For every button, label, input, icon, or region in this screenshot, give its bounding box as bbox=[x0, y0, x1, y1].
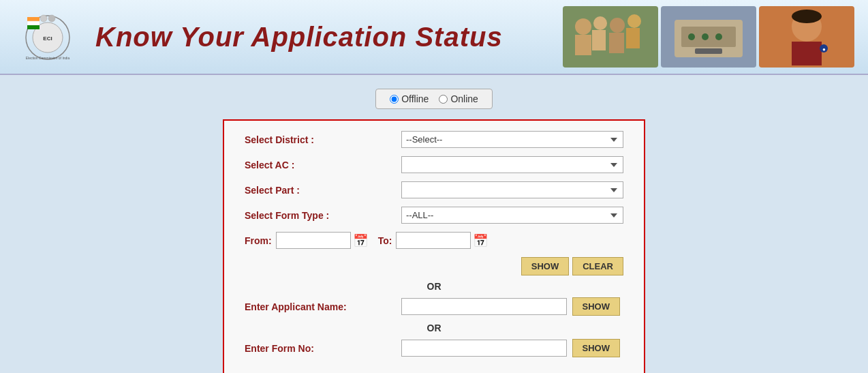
svg-rect-3 bbox=[27, 21, 40, 25]
svg-point-10 bbox=[575, 18, 591, 35]
district-control: --Select-- bbox=[401, 131, 623, 148]
header: ECI Election Commission of India Know Yo… bbox=[0, 0, 868, 75]
svg-point-21 bbox=[688, 33, 695, 40]
header-photo-1 bbox=[563, 6, 658, 68]
svg-point-22 bbox=[702, 33, 709, 40]
main-form-box: Select District : --Select-- Select AC :… bbox=[223, 119, 645, 373]
applicant-show-button[interactable]: SHOW bbox=[572, 297, 620, 316]
show-clear-row: SHOW CLEAR bbox=[245, 257, 623, 275]
svg-rect-16 bbox=[609, 33, 624, 53]
offline-radio-item[interactable]: Offline bbox=[390, 93, 429, 104]
applicant-name-input[interactable] bbox=[401, 298, 567, 315]
online-label: Online bbox=[450, 93, 478, 104]
form-no-show-button[interactable]: SHOW bbox=[572, 339, 620, 357]
part-control bbox=[401, 181, 623, 198]
ac-label: Select AC : bbox=[245, 160, 401, 170]
svg-point-23 bbox=[715, 33, 722, 40]
applicant-name-row: Enter Applicant Name: SHOW bbox=[245, 297, 623, 316]
online-radio-item[interactable]: Online bbox=[439, 93, 478, 104]
online-radio[interactable] bbox=[439, 95, 448, 104]
svg-rect-4 bbox=[27, 25, 40, 29]
show-button[interactable]: SHOW bbox=[521, 257, 569, 275]
ac-row: Select AC : bbox=[245, 156, 623, 173]
form-type-row: Select Form Type : --ALL-- bbox=[245, 207, 623, 224]
or-divider-1: OR bbox=[245, 281, 623, 292]
mode-radio-group: Offline Online bbox=[20, 89, 848, 109]
logo-container: ECI Election Commission of India bbox=[14, 12, 82, 63]
svg-point-12 bbox=[610, 18, 625, 33]
header-photos: ● bbox=[563, 6, 854, 68]
svg-rect-17 bbox=[626, 28, 640, 48]
part-select[interactable] bbox=[401, 181, 623, 198]
form-type-select[interactable]: --ALL-- bbox=[401, 207, 623, 224]
header-photo-2 bbox=[661, 6, 756, 68]
from-calendar-icon[interactable]: 📅 bbox=[353, 233, 368, 248]
form-no-label: Enter Form No: bbox=[245, 343, 401, 354]
part-row: Select Part : bbox=[245, 181, 623, 198]
svg-point-6 bbox=[40, 15, 47, 22]
district-row: Select District : --Select-- bbox=[245, 131, 623, 148]
svg-rect-24 bbox=[695, 48, 722, 54]
svg-point-7 bbox=[48, 15, 55, 22]
from-label: From: bbox=[245, 235, 272, 246]
svg-point-13 bbox=[627, 14, 641, 28]
form-no-input[interactable] bbox=[401, 340, 567, 357]
applicant-name-label: Enter Applicant Name: bbox=[245, 301, 401, 312]
svg-rect-15 bbox=[592, 30, 606, 50]
or-divider-2: OR bbox=[245, 323, 623, 333]
form-type-control: --ALL-- bbox=[401, 207, 623, 224]
ac-control bbox=[401, 156, 623, 173]
page-title: Know Your Application Status bbox=[95, 22, 563, 53]
svg-rect-2 bbox=[27, 17, 40, 21]
offline-label: Offline bbox=[401, 93, 429, 104]
from-date-input[interactable] bbox=[276, 232, 351, 249]
svg-text:ECI: ECI bbox=[43, 35, 52, 42]
svg-text:Election Commission of India: Election Commission of India bbox=[26, 56, 70, 60]
svg-point-28 bbox=[792, 10, 822, 23]
svg-text:●: ● bbox=[822, 46, 826, 53]
form-type-label: Select Form Type : bbox=[245, 210, 401, 221]
content-area: Offline Online Select District : --Selec… bbox=[0, 75, 868, 373]
radio-container: Offline Online bbox=[375, 89, 493, 109]
district-select[interactable]: --Select-- bbox=[401, 131, 623, 148]
clear-button[interactable]: CLEAR bbox=[572, 257, 623, 275]
header-photo-3: ● bbox=[759, 6, 854, 68]
date-range-row: From: 📅 To: 📅 bbox=[245, 232, 623, 249]
offline-radio[interactable] bbox=[390, 95, 399, 104]
svg-rect-14 bbox=[575, 35, 591, 55]
ac-select[interactable] bbox=[401, 156, 623, 173]
eci-logo-icon: ECI Election Commission of India bbox=[14, 12, 82, 63]
to-calendar-icon[interactable]: 📅 bbox=[473, 233, 488, 248]
form-no-row: Enter Form No: SHOW bbox=[245, 339, 623, 357]
to-section: To: 📅 bbox=[378, 232, 489, 249]
svg-point-11 bbox=[593, 16, 607, 30]
part-label: Select Part : bbox=[245, 185, 401, 196]
to-date-input[interactable] bbox=[396, 232, 471, 249]
district-label: Select District : bbox=[245, 134, 401, 145]
svg-rect-27 bbox=[792, 42, 822, 65]
to-label: To: bbox=[378, 235, 392, 246]
